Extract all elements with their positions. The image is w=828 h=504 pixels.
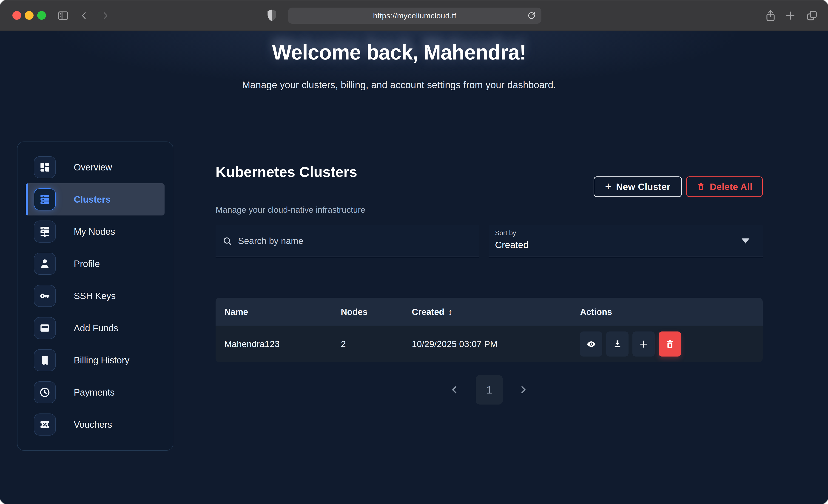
welcome-subtitle: Manage your clusters, billing, and accou… bbox=[0, 80, 798, 90]
tab-overview-icon[interactable] bbox=[804, 0, 820, 31]
row-actions bbox=[580, 332, 681, 356]
sidebar-item-label: Overview bbox=[74, 162, 112, 172]
clock-icon bbox=[34, 381, 56, 404]
chevron-down-icon bbox=[742, 239, 749, 244]
sort-dropdown[interactable]: Sort by Created bbox=[489, 225, 763, 257]
url-text: https://myceliumcloud.tf bbox=[373, 11, 456, 20]
search-icon bbox=[222, 236, 232, 246]
privacy-shield-icon[interactable] bbox=[264, 0, 280, 31]
page-title: Kubernetes Clusters bbox=[215, 164, 357, 180]
minimize-window-button[interactable] bbox=[25, 11, 34, 20]
trash-icon bbox=[665, 339, 675, 349]
delete-cluster-button[interactable] bbox=[659, 332, 681, 356]
sidebar-item-overview[interactable]: Overview bbox=[26, 151, 165, 183]
sidebar-item-label: Profile bbox=[74, 259, 100, 269]
page-number-button[interactable]: 1 bbox=[476, 375, 503, 405]
welcome-heading: Welcome back, Mahendra! bbox=[0, 41, 798, 64]
sidebar-item-add-funds[interactable]: Add Funds bbox=[26, 312, 165, 344]
share-icon[interactable] bbox=[763, 0, 778, 31]
sidebar-item-clusters[interactable]: Clusters bbox=[26, 183, 165, 215]
sidebar-item-billing-history[interactable]: Billing History bbox=[26, 344, 165, 376]
back-icon[interactable] bbox=[77, 0, 91, 31]
eye-icon bbox=[586, 339, 596, 349]
address-bar[interactable]: https://myceliumcloud.tf bbox=[288, 8, 541, 24]
server-network-icon bbox=[34, 220, 56, 243]
next-page-button[interactable] bbox=[514, 381, 533, 399]
delete-all-button[interactable]: Delete All bbox=[686, 176, 763, 197]
plus-icon: + bbox=[605, 181, 612, 192]
sidebar-item-payments[interactable]: Payments bbox=[26, 376, 165, 409]
column-header-name: Name bbox=[224, 298, 248, 326]
sidebar-item-label: Add Funds bbox=[74, 323, 118, 333]
page-content: Welcome back, Mahendra! Manage your clus… bbox=[0, 31, 828, 504]
sidebar-item-my-nodes[interactable]: My Nodes bbox=[26, 215, 165, 248]
sidebar-item-vouchers[interactable]: Vouchers bbox=[26, 409, 165, 440]
layout-dashboard-icon bbox=[34, 156, 56, 178]
browser-chrome: https://myceliumcloud.tf bbox=[0, 0, 828, 31]
sidebar-item-profile[interactable]: Profile bbox=[26, 248, 165, 280]
receipt-icon bbox=[34, 349, 56, 371]
search-field[interactable] bbox=[215, 225, 479, 257]
browser-window: https://myceliumcloud.tf bbox=[0, 0, 828, 504]
new-tab-icon[interactable] bbox=[783, 0, 798, 31]
hero-section: Welcome back, Mahendra! Manage your clus… bbox=[0, 31, 798, 90]
close-window-button[interactable] bbox=[12, 11, 21, 20]
column-header-created[interactable]: Created ↕ bbox=[412, 298, 453, 326]
download-icon bbox=[613, 339, 622, 349]
table-header: Name Nodes Created ↕ Actions bbox=[215, 298, 763, 326]
previous-page-button[interactable] bbox=[445, 381, 464, 399]
sidebar-nav: Overview Clusters bbox=[17, 141, 173, 451]
plus-icon bbox=[638, 339, 649, 349]
sidebar-toggle-icon[interactable] bbox=[55, 0, 71, 31]
sidebar-item-label: Clusters bbox=[74, 194, 111, 205]
sidebar-item-label: Billing History bbox=[74, 355, 129, 366]
key-icon bbox=[34, 285, 56, 307]
window-controls bbox=[12, 11, 46, 20]
zoom-window-button[interactable] bbox=[37, 11, 46, 20]
server-stack-icon bbox=[34, 188, 56, 210]
wallet-icon bbox=[34, 317, 56, 339]
sidebar-item-ssh-keys[interactable]: SSH Keys bbox=[26, 280, 165, 312]
sidebar-item-label: Vouchers bbox=[74, 419, 112, 430]
add-node-button[interactable] bbox=[632, 332, 655, 356]
column-header-actions: Actions bbox=[580, 298, 612, 326]
cell-created-date: 10/29/2025 03:07 PM bbox=[412, 326, 498, 362]
table-row: Mahendra123 2 10/29/2025 03:07 PM bbox=[215, 326, 763, 362]
column-header-nodes: Nodes bbox=[341, 298, 368, 326]
cell-cluster-name: Mahendra123 bbox=[224, 326, 280, 362]
sidebar-item-label: My Nodes bbox=[74, 226, 115, 237]
sidebar-item-label: SSH Keys bbox=[74, 291, 116, 301]
search-input[interactable] bbox=[238, 236, 472, 246]
ticket-percent-icon bbox=[34, 414, 56, 435]
page-subtitle: Manage your cloud-native infrastructure bbox=[215, 205, 365, 215]
clusters-table: Name Nodes Created ↕ Actions Mahendra123… bbox=[215, 298, 763, 362]
reload-icon[interactable] bbox=[527, 11, 536, 22]
chevron-left-icon bbox=[450, 385, 460, 395]
new-cluster-button[interactable]: + New Cluster bbox=[593, 176, 682, 197]
sort-value: Created bbox=[495, 240, 756, 250]
download-kubeconfig-button[interactable] bbox=[606, 332, 628, 356]
view-cluster-button[interactable] bbox=[580, 332, 602, 356]
forward-icon[interactable] bbox=[98, 0, 112, 31]
chevron-right-icon bbox=[518, 385, 528, 395]
sort-label: Sort by bbox=[495, 229, 756, 237]
cell-node-count: 2 bbox=[341, 326, 346, 362]
sort-arrows-icon: ↕ bbox=[448, 307, 453, 317]
trash-icon bbox=[697, 182, 705, 191]
user-icon bbox=[34, 253, 56, 275]
sidebar-item-label: Payments bbox=[74, 387, 115, 397]
